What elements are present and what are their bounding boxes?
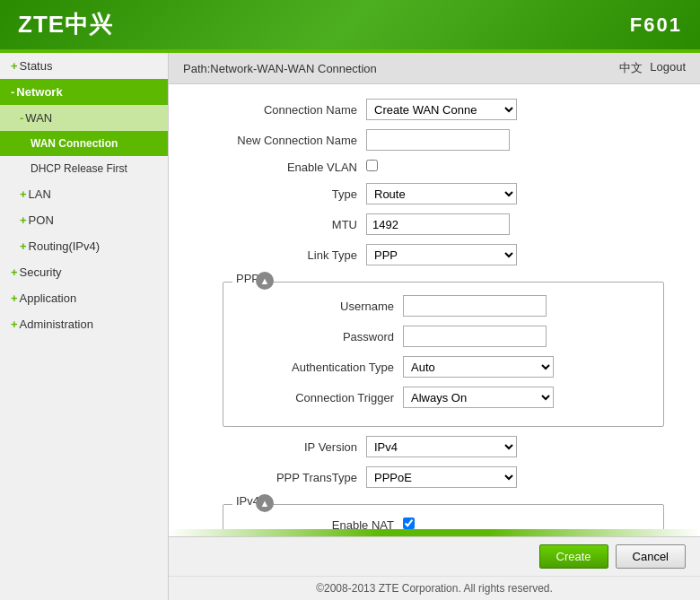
create-button[interactable]: Create xyxy=(539,544,608,569)
ipv4-box: IPv4 ▲ Enable NAT xyxy=(223,504,664,529)
network-prefix: - xyxy=(11,85,14,99)
enable-nat-label: Enable NAT xyxy=(223,518,403,530)
breadcrumb: Path:Network-WAN-WAN Connection xyxy=(183,62,377,75)
username-label: Username xyxy=(223,300,403,313)
path-bar: Path:Network-WAN-WAN Connection 中文 Logou… xyxy=(169,53,700,84)
link-type-label: Link Type xyxy=(187,248,366,262)
sidebar-item-pon[interactable]: + PON xyxy=(0,207,168,233)
sidebar-item-network[interactable]: - Network xyxy=(0,79,168,105)
sidebar-item-administration[interactable]: + Administration xyxy=(0,311,168,337)
sidebar-item-wan[interactable]: - WAN xyxy=(0,105,168,131)
sidebar-item-dhcp-release[interactable]: DHCP Release First xyxy=(0,156,168,181)
conn-trigger-label: Connection Trigger xyxy=(223,391,403,404)
ip-version-control: IPv4 xyxy=(366,436,517,457)
enable-vlan-checkbox[interactable] xyxy=(366,160,378,171)
lang-logout-area: 中文 Logout xyxy=(619,60,686,76)
enable-nat-row: Enable NAT xyxy=(223,517,663,529)
conn-trigger-control: Always On xyxy=(403,387,554,408)
status-prefix: + xyxy=(11,59,18,73)
connection-name-select[interactable]: Create WAN Conne xyxy=(366,99,517,120)
sidebar-label-routing: Routing(IPv4) xyxy=(29,239,100,253)
cancel-button[interactable]: Cancel xyxy=(616,544,686,569)
copyright: ©2008-2013 ZTE Corporation. All rights r… xyxy=(169,576,700,600)
username-input[interactable] xyxy=(403,295,547,317)
ppp-transtype-label: PPP TransType xyxy=(187,471,366,484)
ip-version-row: IP Version IPv4 xyxy=(187,436,682,457)
new-connection-name-label: New Connection Name xyxy=(187,134,366,147)
enable-nat-control xyxy=(403,517,415,529)
ppp-transtype-row: PPP TransType PPPoE xyxy=(187,466,682,488)
ppp-box: PPP ▲ Username Password xyxy=(223,282,664,427)
model-name: F601 xyxy=(630,13,682,37)
administration-prefix: + xyxy=(11,317,18,331)
password-control xyxy=(403,326,547,347)
mtu-control xyxy=(366,213,510,235)
auth-type-control: Auto xyxy=(403,356,554,378)
ppp-section-content: Username Password xyxy=(223,283,663,426)
password-label: Password xyxy=(223,330,403,343)
sidebar-item-wan-connection[interactable]: WAN Connection xyxy=(0,131,168,156)
password-input[interactable] xyxy=(403,326,547,347)
mtu-row: MTU xyxy=(187,213,682,235)
ppp-transtype-select[interactable]: PPPoE xyxy=(366,466,517,488)
sidebar-label-administration: Administration xyxy=(20,317,93,331)
new-connection-name-control xyxy=(366,129,510,151)
sidebar-label-wan-connection: WAN Connection xyxy=(31,137,118,150)
logo: ZTE中兴 xyxy=(18,9,113,40)
ipv4-section: IPv4 ▲ Enable NAT xyxy=(223,504,664,529)
footer-bar xyxy=(169,529,700,536)
application-prefix: + xyxy=(11,291,18,305)
sidebar-label-status: Status xyxy=(20,59,53,73)
sidebar-item-security[interactable]: + Security xyxy=(0,259,168,285)
sidebar-item-status[interactable]: + Status xyxy=(0,53,168,79)
sidebar: + Status - Network - WAN WAN Connection … xyxy=(0,53,169,600)
type-control: Route xyxy=(366,183,517,204)
routing-prefix: + xyxy=(20,239,27,253)
enable-vlan-row: Enable VLAN xyxy=(187,160,682,174)
type-select[interactable]: Route xyxy=(366,183,517,204)
sidebar-item-lan[interactable]: + LAN xyxy=(0,181,168,207)
link-type-control: PPP xyxy=(366,244,517,265)
link-type-select[interactable]: PPP xyxy=(366,244,517,265)
connection-name-row: Connection Name Create WAN Conne xyxy=(187,99,682,120)
sidebar-label-network: Network xyxy=(16,85,62,99)
sidebar-label-dhcp-release: DHCP Release First xyxy=(31,162,127,175)
security-prefix: + xyxy=(11,265,18,279)
mtu-input[interactable] xyxy=(366,213,510,235)
type-label: Type xyxy=(187,187,366,201)
mtu-label: MTU xyxy=(187,218,366,231)
ipv4-toggle-icon[interactable]: ▲ xyxy=(256,494,274,512)
username-control xyxy=(403,295,547,317)
sidebar-label-wan: WAN xyxy=(25,111,52,125)
ppp-transtype-control: PPPoE xyxy=(366,466,517,488)
header: ZTE中兴 F601 xyxy=(0,0,700,49)
sidebar-item-routing[interactable]: + Routing(IPv4) xyxy=(0,233,168,259)
type-row: Type Route xyxy=(187,183,682,204)
lang-link[interactable]: 中文 xyxy=(619,60,643,76)
content-area: Connection Name Create WAN Conne New Con… xyxy=(169,84,700,529)
conn-trigger-select[interactable]: Always On xyxy=(403,387,554,408)
ip-version-label: IP Version xyxy=(187,440,366,454)
lan-prefix: + xyxy=(20,187,27,201)
sidebar-label-application: Application xyxy=(20,291,77,305)
connection-name-label: Connection Name xyxy=(187,103,366,117)
sidebar-label-lan: LAN xyxy=(29,187,51,201)
sidebar-item-application[interactable]: + Application xyxy=(0,285,168,311)
ip-version-select[interactable]: IPv4 xyxy=(366,436,517,457)
main: Path:Network-WAN-WAN Connection 中文 Logou… xyxy=(169,53,700,600)
pon-prefix: + xyxy=(20,213,27,227)
ppp-toggle-icon[interactable]: ▲ xyxy=(256,272,274,290)
logout-link[interactable]: Logout xyxy=(650,60,686,76)
ppp-section: PPP ▲ Username Password xyxy=(223,282,664,427)
enable-vlan-label: Enable VLAN xyxy=(187,161,366,174)
ipv4-section-content: Enable NAT xyxy=(223,505,663,529)
sidebar-label-security: Security xyxy=(20,265,62,279)
auth-type-label: Authentication Type xyxy=(223,361,403,374)
sidebar-label-pon: PON xyxy=(29,213,54,227)
auth-type-select[interactable]: Auto xyxy=(403,356,554,378)
new-connection-name-input[interactable] xyxy=(366,129,510,151)
username-row: Username xyxy=(223,295,663,317)
footer-buttons: Create Cancel xyxy=(169,536,700,576)
enable-nat-checkbox[interactable] xyxy=(403,517,415,529)
auth-type-row: Authentication Type Auto xyxy=(223,356,663,378)
